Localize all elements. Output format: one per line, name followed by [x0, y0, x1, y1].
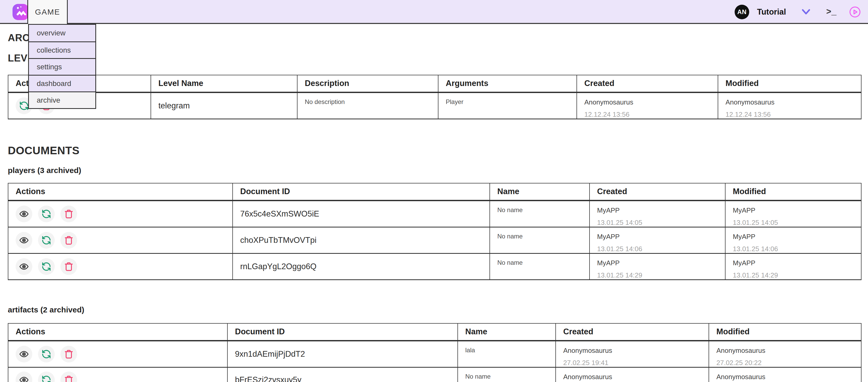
modified-by: Anonymosaurus	[716, 373, 861, 381]
trash-icon	[64, 375, 74, 382]
trash-icon	[64, 349, 74, 359]
run-button[interactable]	[849, 6, 861, 18]
document-id: 9xn1dAEmijPjDdT2	[235, 349, 305, 358]
eye-icon	[19, 261, 29, 272]
eye-icon	[19, 375, 29, 382]
modified-at: 13.01.25 14:06	[733, 245, 861, 253]
created-at: 13.01.25 14:06	[597, 245, 725, 253]
view-button[interactable]	[16, 346, 32, 362]
table-row: choXPuTbTMvOVTpiNo nameMyAPP13.01.25 14:…	[8, 227, 861, 253]
created-at: 12.12.24 13:56	[584, 111, 718, 119]
refresh-icon	[41, 349, 51, 359]
eye-icon	[19, 349, 29, 359]
col-created: Created	[556, 323, 709, 341]
play-circle-icon	[849, 6, 861, 18]
created-at: 27.02.25 19:41	[563, 359, 709, 367]
document-name: lala	[465, 347, 475, 354]
created-by: MyAPP	[597, 233, 725, 241]
players-header-row: Actions Document ID Name Created Modifie…	[8, 183, 861, 200]
modified-by: MyAPP	[733, 206, 861, 214]
trash-icon	[64, 235, 74, 245]
modified-by: Anonymosaurus	[716, 347, 861, 355]
col-name: Name	[458, 323, 556, 341]
terminal-button[interactable]: >_	[826, 7, 836, 17]
menu-item-settings[interactable]: settings	[29, 58, 95, 75]
restore-button[interactable]	[38, 232, 55, 248]
col-created: Created	[590, 183, 725, 200]
trash-icon	[64, 209, 74, 219]
artifacts-table: Actions Document ID Name Created Modifie…	[8, 323, 862, 382]
modified-at: 13.01.25 14:29	[733, 271, 861, 279]
documents-section-title: DOCUMENTS	[8, 144, 80, 157]
document-id: choXPuTbTMvOVTpi	[240, 236, 316, 245]
refresh-icon	[41, 375, 51, 382]
modified-by: MyAPP	[733, 259, 861, 267]
refresh-icon	[19, 101, 29, 111]
menu-item-dashboard[interactable]: dashboard	[29, 75, 95, 91]
col-modified: Modified	[709, 323, 861, 341]
modified-at: 13.01.25 14:05	[733, 218, 861, 227]
document-name: No name	[497, 233, 523, 240]
col-created: Created	[577, 75, 718, 92]
game-menu-button[interactable]: GAME	[27, 0, 68, 24]
col-modified: Modified	[725, 183, 861, 200]
document-name: No name	[465, 373, 491, 380]
table-row: telegram No description Player Anonymosa…	[8, 92, 861, 119]
created-by: Anonymosaurus	[563, 347, 709, 355]
col-level-name: Level Name	[151, 75, 297, 92]
menu-item-archive[interactable]: archive	[29, 91, 95, 108]
delete-button[interactable]	[60, 206, 77, 222]
restore-button[interactable]	[38, 206, 55, 222]
col-description: Description	[297, 75, 438, 92]
view-button[interactable]	[16, 372, 32, 382]
created-at: 13.01.25 14:29	[597, 271, 725, 279]
terminal-icon: >_	[826, 7, 836, 17]
app-logo-icon[interactable]	[12, 3, 29, 21]
players-table: Actions Document ID Name Created Modifie…	[8, 183, 862, 280]
modified-by: MyAPP	[733, 233, 861, 241]
menu-item-overview[interactable]: overview	[29, 25, 95, 41]
created-by: Anonymosaurus	[584, 98, 718, 106]
document-id: bFrESzj2zvsxuy5y	[235, 375, 301, 382]
delete-button[interactable]	[60, 232, 77, 248]
col-actions: Actions	[8, 323, 227, 341]
delete-button[interactable]	[60, 372, 77, 382]
created-by: MyAPP	[597, 259, 725, 267]
created-at: 13.01.25 14:05	[597, 218, 725, 227]
document-name: No name	[497, 259, 523, 266]
restore-button[interactable]	[38, 346, 55, 362]
eye-icon	[19, 209, 29, 219]
refresh-icon	[41, 209, 51, 219]
header-right-cluster: AN Tutorial >_	[735, 0, 861, 24]
col-name: Name	[490, 183, 590, 200]
col-document-id: Document ID	[227, 323, 458, 341]
document-name: No name	[497, 206, 523, 213]
artifacts-heading: artifacts (2 archived)	[8, 305, 84, 314]
level-arguments: Player	[446, 98, 463, 105]
restore-button[interactable]	[38, 372, 55, 382]
document-id: rnLGapYgL2Oggo6Q	[240, 262, 316, 271]
level-description: No description	[305, 98, 345, 105]
delete-button[interactable]	[60, 346, 77, 362]
levels-table: Actions Level Name Description Arguments…	[8, 75, 862, 119]
created-by: MyAPP	[597, 206, 725, 214]
created-by: Anonymosaurus	[563, 373, 709, 381]
restore-button[interactable]	[38, 258, 55, 275]
refresh-icon	[41, 235, 51, 245]
col-document-id: Document ID	[232, 183, 490, 200]
table-row: 9xn1dAEmijPjDdT2lalaAnonymosaurus27.02.2…	[8, 341, 861, 367]
project-switcher-button[interactable]	[801, 9, 811, 16]
view-button[interactable]	[16, 206, 32, 222]
view-button[interactable]	[16, 258, 32, 275]
avatar[interactable]: AN	[735, 5, 749, 19]
modified-at: 27.02.25 20:22	[716, 359, 861, 367]
menu-item-collections[interactable]: collections	[29, 41, 95, 58]
chevron-down-icon	[801, 9, 811, 16]
project-name: Tutorial	[757, 7, 786, 17]
players-heading: players (3 archived)	[8, 166, 81, 175]
col-actions: Actions	[8, 183, 232, 200]
view-button[interactable]	[16, 232, 32, 248]
delete-button[interactable]	[60, 258, 77, 275]
modified-by: Anonymosaurus	[725, 98, 861, 106]
game-dropdown-menu: overview collections settings dashboard …	[28, 24, 96, 109]
